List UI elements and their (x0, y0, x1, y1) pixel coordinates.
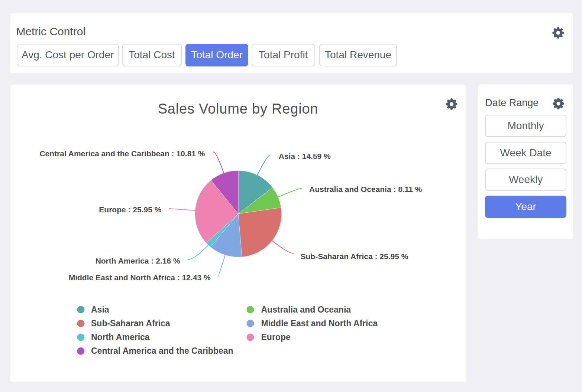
svg-text:Middle East and North Africa :: Middle East and North Africa : 12.43 % (69, 273, 211, 282)
svg-text:Sales Volume by Region: Sales Volume by Region (158, 101, 319, 117)
svg-text:Sub-Saharan Africa: Sub-Saharan Africa (91, 318, 170, 328)
svg-text:Sub-Saharan Africa : 25.95 %: Sub-Saharan Africa : 25.95 % (301, 252, 408, 261)
svg-text:Central America and the Caribb: Central America and the Caribbean : 10.8… (39, 149, 205, 158)
svg-text:Asia : 14.59 %: Asia : 14.59 % (279, 152, 331, 160)
svg-text:Europe: Europe (261, 332, 291, 342)
svg-text:Australia and Oceania : 8.11 %: Australia and Oceania : 8.11 % (309, 185, 422, 193)
svg-text:Central America and the Caribb: Central America and the Caribbean (91, 346, 233, 356)
svg-text:Asia: Asia (91, 305, 109, 314)
svg-text:Date Range: Date Range (485, 97, 539, 108)
svg-text:North America: North America (91, 332, 150, 342)
svg-text:Middle East and North Africa: Middle East and North Africa (261, 318, 378, 328)
svg-text:Europe : 25.95 %: Europe : 25.95 % (99, 205, 161, 214)
svg-text:Metric Control: Metric Control (16, 25, 85, 37)
svg-text:North America : 2.16 %: North America : 2.16 % (96, 257, 180, 265)
svg-text:Australia and Oceania: Australia and Oceania (261, 305, 351, 314)
